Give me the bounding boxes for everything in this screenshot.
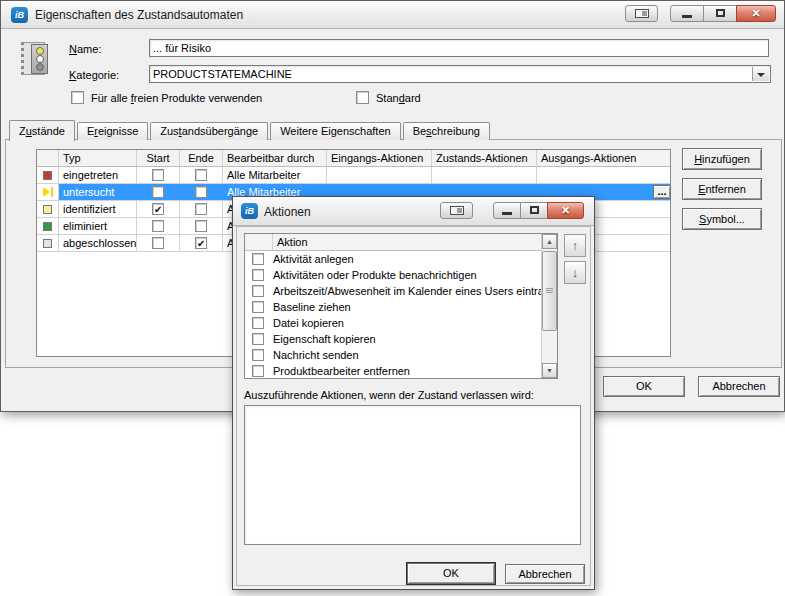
action-label: Eigenschaft kopieren	[273, 331, 376, 347]
aktionen-titlebar[interactable]: iB Aktionen ✕	[233, 197, 594, 226]
header-icon-col[interactable]	[37, 150, 59, 166]
maximize-button[interactable]	[703, 5, 737, 22]
move-down-button[interactable]: ↓	[564, 261, 586, 284]
header-ende[interactable]: Ende	[180, 150, 223, 166]
row-ellipsis-button[interactable]: ...	[653, 185, 671, 199]
start-checkbox[interactable]	[152, 186, 164, 198]
header-start[interactable]: Start	[137, 150, 180, 166]
tab-beschreibung[interactable]: Beschreibung	[403, 122, 490, 140]
tab-ereignisse[interactable]: Ereignisse	[77, 122, 148, 140]
action-checkbox[interactable]	[252, 285, 264, 297]
action-label: Baseline ziehen	[273, 299, 351, 315]
state-typ: abgeschlossen	[59, 235, 137, 251]
symbol-button[interactable]: Symbol...	[682, 208, 762, 230]
minimize-button[interactable]	[670, 5, 704, 22]
ende-checkbox[interactable]	[195, 169, 207, 181]
scroll-thumb[interactable]	[542, 251, 557, 331]
screen: iB Eigenschaften des Zustandsautomaten ✕…	[0, 0, 785, 596]
exit-actions-box[interactable]	[244, 405, 581, 545]
entfernen-button[interactable]: Entfernen	[682, 178, 762, 200]
table-row[interactable]: eingetreten Alle Mitarbeiter	[37, 167, 670, 184]
maximize-button[interactable]	[520, 202, 548, 219]
name-label: Name:	[69, 43, 101, 55]
name-input[interactable]: ... für Risiko	[149, 39, 769, 57]
eingangs-cell	[327, 167, 432, 183]
tab-strip: Zustände Ereignisse Zustandsübergänge We…	[9, 119, 492, 140]
minimize-icon	[502, 212, 512, 215]
close-button[interactable]: ✕	[736, 5, 776, 22]
frei-produkte-label: Für alle freien Produkte verwenden	[91, 92, 262, 104]
ende-checkbox[interactable]	[195, 237, 207, 249]
move-up-button[interactable]: ↑	[564, 234, 586, 257]
bearbeitbar-cell: Alle Mitarbeiter	[223, 167, 327, 183]
list-item[interactable]: Aktivität anlegen	[245, 251, 541, 267]
actions-items: Aktivität anlegen Aktivitäten oder Produ…	[245, 251, 541, 378]
header-eingangs-aktionen[interactable]: Eingangs-Aktionen	[327, 150, 432, 166]
ende-checkbox[interactable]	[195, 186, 207, 198]
close-button[interactable]: ✕	[547, 202, 584, 219]
action-checkbox[interactable]	[252, 349, 264, 361]
action-label: Arbeitszeit/Abwesenheit im Kalender eine…	[273, 283, 541, 299]
minimize-icon	[682, 15, 692, 18]
header-bearbeitbar[interactable]: Bearbeitbar durch	[223, 150, 327, 166]
caption-buttons: ✕	[493, 202, 584, 219]
action-checkbox[interactable]	[252, 253, 264, 265]
window-panel-button[interactable]	[625, 5, 658, 22]
ende-checkbox[interactable]	[195, 203, 207, 215]
kategorie-combobox[interactable]: PRODUCTSTATEMACHINE	[149, 65, 771, 83]
kategorie-label: Kategorie:	[69, 69, 119, 81]
window-panel-button[interactable]	[440, 202, 473, 219]
action-checkbox[interactable]	[252, 301, 264, 313]
header-ausgangs-aktionen[interactable]: Ausgangs-Aktionen	[537, 150, 670, 166]
vertical-scrollbar[interactable]: ▲ ▼	[541, 234, 557, 378]
state-green-square-icon	[43, 222, 52, 231]
action-checkbox[interactable]	[252, 365, 264, 377]
list-item[interactable]: Nachricht senden	[245, 347, 541, 363]
scroll-grip-icon	[546, 288, 553, 293]
tab-zustandsuebergaenge[interactable]: Zustandsübergänge	[150, 122, 268, 140]
main-titlebar[interactable]: iB Eigenschaften des Zustandsautomaten ✕	[1, 1, 784, 29]
window-title: Eigenschaften des Zustandsautomaten	[35, 8, 243, 22]
action-checkbox[interactable]	[252, 317, 264, 329]
action-label: Nachricht senden	[273, 347, 359, 363]
state-typ: eingetreten	[59, 167, 137, 183]
maximize-icon	[530, 206, 539, 214]
header-zustands-aktionen[interactable]: Zustands-Aktionen	[432, 150, 537, 166]
standard-checkbox[interactable]	[356, 91, 369, 104]
ende-checkbox[interactable]	[195, 220, 207, 232]
main-abbrechen-button[interactable]: Abbrechen	[698, 376, 780, 397]
zustands-cell	[432, 167, 537, 183]
list-item[interactable]: Aktivitäten oder Produkte benachrichtige…	[245, 267, 541, 283]
hinzufuegen-button[interactable]: Hinzufügen	[682, 148, 762, 170]
start-checkbox[interactable]	[152, 203, 164, 215]
start-checkbox[interactable]	[152, 237, 164, 249]
start-checkbox[interactable]	[152, 220, 164, 232]
list-item[interactable]: Datei kopieren	[245, 315, 541, 331]
list-item[interactable]: Arbeitszeit/Abwesenheit im Kalender eine…	[245, 283, 541, 299]
header-typ[interactable]: Typ	[59, 150, 137, 166]
frei-produkte-checkbox[interactable]	[71, 91, 84, 104]
main-ok-button[interactable]: OK	[603, 376, 685, 397]
state-red-square-icon	[43, 171, 52, 180]
scroll-up-button[interactable]: ▲	[542, 234, 557, 249]
scroll-down-button[interactable]: ▼	[542, 363, 557, 378]
tab-weitere-eigenschaften[interactable]: Weitere Eigenschaften	[270, 122, 400, 140]
chevron-down-icon[interactable]	[752, 67, 769, 81]
list-item[interactable]: Baseline ziehen	[245, 299, 541, 315]
close-icon: ✕	[751, 7, 760, 19]
minimize-button[interactable]	[493, 202, 521, 219]
list-item[interactable]: Produktbearbeiter entfernen	[245, 363, 541, 378]
action-checkbox[interactable]	[252, 269, 264, 281]
list-item[interactable]: Eigenschaft kopieren	[245, 331, 541, 347]
statemachine-icon	[19, 39, 59, 81]
header-aktion[interactable]: Aktion	[273, 234, 557, 250]
state-typ: identifiziert	[59, 201, 137, 217]
action-checkbox[interactable]	[252, 333, 264, 345]
aktionen-ok-button[interactable]: OK	[407, 563, 495, 584]
caption-buttons: ✕	[670, 5, 776, 22]
header-check-col	[245, 234, 273, 250]
window-panel-icon	[450, 206, 464, 215]
tab-zustaende[interactable]: Zustände	[9, 120, 75, 141]
start-checkbox[interactable]	[152, 169, 164, 181]
aktionen-abbrechen-button[interactable]: Abbrechen	[505, 564, 585, 584]
